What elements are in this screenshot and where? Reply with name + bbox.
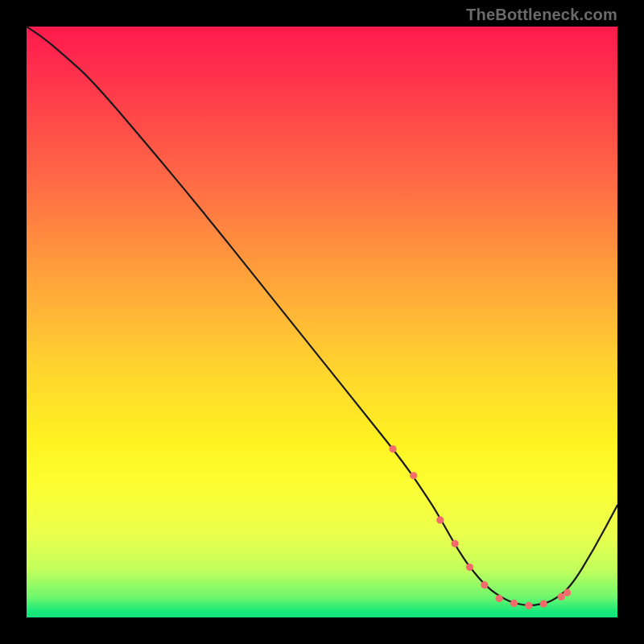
curve-marker	[452, 540, 459, 547]
curve-marker	[481, 581, 488, 588]
watermark-text: TheBottleneck.com	[466, 6, 617, 24]
curve-marker	[389, 445, 396, 452]
plot-area	[27, 27, 617, 617]
chart-svg	[27, 27, 617, 617]
curve-markers	[389, 445, 571, 609]
curve-marker	[496, 595, 503, 602]
curve-marker	[540, 601, 547, 608]
curve-marker	[436, 516, 444, 523]
chart-frame: TheBottleneck.com	[0, 0, 644, 644]
curve-marker	[525, 602, 532, 609]
curve-marker	[564, 589, 571, 597]
curve-marker	[510, 600, 518, 607]
curve-marker	[410, 472, 417, 479]
bottleneck-curve	[27, 27, 617, 605]
curve-marker	[466, 564, 473, 571]
